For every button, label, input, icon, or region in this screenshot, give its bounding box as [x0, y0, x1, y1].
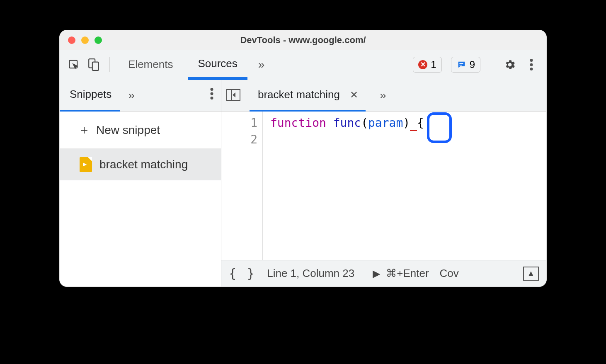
devtools-window: DevTools - www.google.com/ Elements Sour… — [59, 30, 547, 287]
run-shortcut-label: ⌘+Enter — [386, 267, 429, 280]
tab-snippets[interactable]: Snippets — [60, 79, 120, 112]
run-snippet-button[interactable]: ▶ ⌘+Enter — [373, 267, 429, 280]
more-icon[interactable] — [523, 59, 540, 70]
tabs-overflow-icon[interactable]: » — [252, 58, 271, 71]
tab-elements[interactable]: Elements — [118, 50, 183, 79]
tab-sources[interactable]: Sources — [188, 49, 247, 80]
snippet-file-icon — [80, 157, 92, 172]
close-tab-icon[interactable]: ✕ — [347, 89, 361, 101]
main-toolbar: Elements Sources » ✕ 1 9 — [60, 50, 546, 79]
editor-statusbar: { } Line 1, Column 23 ▶ ⌘+Enter Cov ▲ — [221, 260, 546, 286]
code-content[interactable]: function func(param) { — [263, 112, 546, 260]
sidebar-tabs: Snippets » — [60, 79, 221, 112]
token-paren-close: ) — [403, 116, 410, 130]
sidebar-more-icon[interactable] — [210, 88, 221, 102]
snippet-file-name: bracket matching — [99, 158, 188, 171]
zoom-window-icon[interactable] — [95, 36, 102, 44]
device-toggle-icon[interactable] — [86, 57, 101, 72]
separator — [109, 57, 110, 72]
svg-rect-4 — [459, 65, 462, 66]
settings-icon[interactable] — [502, 58, 518, 71]
editor-tabs-overflow-icon[interactable]: » — [374, 89, 392, 102]
traffic-lights — [60, 36, 102, 44]
token-keyword: function — [270, 116, 326, 130]
message-icon — [456, 60, 466, 69]
play-icon: ▶ — [373, 268, 380, 279]
errors-badge[interactable]: ✕ 1 — [413, 57, 441, 73]
pretty-print-icon[interactable]: { } — [229, 266, 256, 281]
line-number: 2 — [221, 131, 257, 148]
toggle-navigator-icon[interactable] — [226, 89, 241, 102]
editor-tab[interactable]: bracket matching ✕ — [250, 79, 366, 112]
gutter: 1 2 — [221, 112, 263, 260]
token-param: param — [368, 116, 403, 130]
editor-pane: bracket matching ✕ » 1 2 function func(p… — [221, 79, 546, 286]
snippet-file-item[interactable]: bracket matching — [60, 149, 221, 180]
coverage-label[interactable]: Cov — [440, 267, 459, 280]
messages-count: 9 — [470, 59, 475, 70]
svg-rect-2 — [92, 62, 99, 70]
token-brace: { — [417, 116, 424, 130]
token-function-name: func — [333, 116, 361, 130]
svg-point-8 — [211, 88, 213, 91]
svg-rect-3 — [459, 63, 463, 64]
code-editor[interactable]: 1 2 function func(param) { — [221, 112, 546, 260]
line-number: 1 — [221, 115, 257, 131]
new-snippet-button[interactable]: ＋ New snippet — [60, 112, 221, 149]
errors-count: 1 — [431, 59, 436, 70]
separator — [493, 57, 493, 72]
token-paren-open: ( — [361, 116, 368, 130]
inspect-icon[interactable] — [66, 57, 81, 72]
token-space-underlined — [410, 116, 417, 131]
show-drawer-icon[interactable]: ▲ — [523, 267, 539, 281]
svg-point-7 — [530, 68, 533, 70]
window-title: DevTools - www.google.com/ — [60, 35, 546, 46]
sidebar-overflow-icon[interactable]: » — [120, 89, 143, 102]
svg-point-5 — [530, 59, 533, 62]
minimize-window-icon[interactable] — [81, 36, 89, 44]
cursor-position: Line 1, Column 23 — [267, 267, 354, 280]
new-snippet-label: New snippet — [96, 124, 160, 137]
messages-badge[interactable]: 9 — [451, 57, 480, 73]
editor-tab-label: bracket matching — [258, 88, 340, 101]
close-window-icon[interactable] — [68, 36, 75, 44]
editor-tabbar: bracket matching ✕ » — [221, 79, 546, 112]
plus-icon: ＋ — [78, 121, 90, 138]
sidebar-empty — [60, 180, 221, 286]
navigator-sidebar: Snippets » ＋ New snippet bracket matchin… — [60, 79, 221, 286]
code-line-1: function func(param) { — [270, 115, 546, 131]
error-icon: ✕ — [418, 60, 427, 69]
svg-point-10 — [211, 97, 213, 99]
svg-point-9 — [211, 92, 213, 95]
titlebar: DevTools - www.google.com/ — [60, 30, 546, 50]
panel-body: Snippets » ＋ New snippet bracket matchin… — [60, 79, 546, 286]
svg-point-6 — [530, 63, 533, 66]
